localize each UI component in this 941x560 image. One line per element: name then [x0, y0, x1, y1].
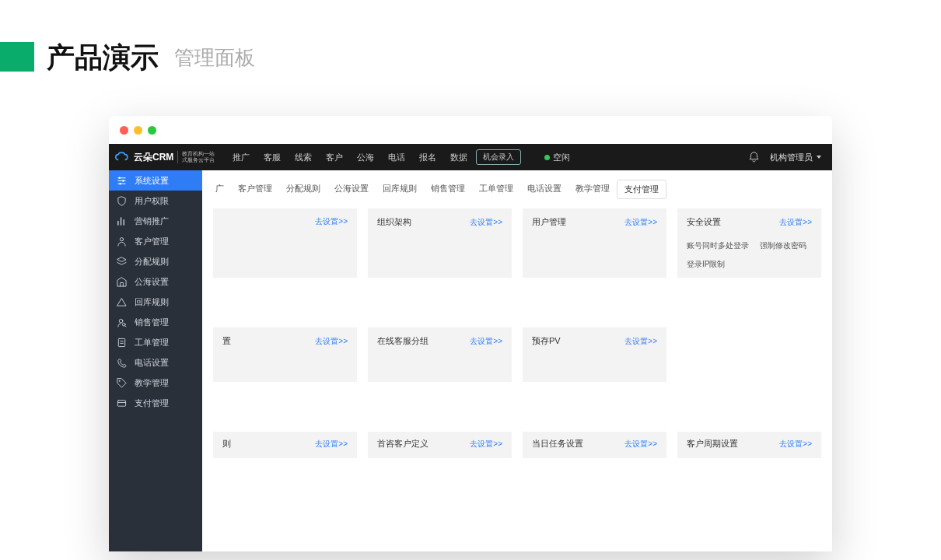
tab[interactable]: 分配规则: [279, 180, 327, 199]
tab[interactable]: 电话设置: [520, 180, 568, 199]
top-nav-item[interactable]: 报名: [415, 149, 440, 166]
status-indicator[interactable]: 空闲: [544, 152, 570, 163]
tab[interactable]: 支付管理: [617, 180, 666, 199]
svg-rect-8: [117, 400, 125, 405]
sidebar-item[interactable]: 工单管理: [109, 332, 202, 352]
tab[interactable]: 教学管理: [568, 180, 617, 199]
logo[interactable]: 云朵CRM 教育机构一站 式服务云平台: [109, 144, 221, 170]
go-settings-link[interactable]: 去设置>>: [470, 439, 502, 450]
top-nav: 推广客服线索客户公海电话报名数据: [229, 149, 471, 166]
card-title: 用户管理: [532, 216, 566, 228]
card-tag: 登录IP限制: [687, 259, 725, 270]
sidebar-item[interactable]: 分配规则: [109, 251, 202, 271]
svg-point-2: [119, 183, 121, 184]
card-title: 则: [222, 438, 231, 450]
settings-card: 用户管理去设置>>: [523, 208, 666, 278]
tab[interactable]: 工单管理: [472, 180, 520, 199]
sidebar-item[interactable]: 支付管理: [109, 393, 202, 413]
page-subtitle: 管理面板: [174, 44, 255, 72]
tag-icon: [117, 378, 127, 388]
sidebar-item-label: 工单管理: [135, 337, 169, 348]
sidebar-item[interactable]: 客户管理: [109, 231, 202, 251]
card-title: 在线客服分组: [377, 335, 429, 347]
top-nav-item[interactable]: 推广: [229, 149, 254, 166]
cloud-icon: [115, 152, 131, 163]
top-nav-item[interactable]: 电话: [384, 149, 409, 166]
user-label: 机构管理员: [770, 152, 813, 163]
window-titlebar: [109, 116, 832, 144]
user-menu[interactable]: 机构管理员: [770, 152, 821, 163]
settings-card: 置去设置>>: [213, 327, 357, 382]
go-settings-link[interactable]: 去设置>>: [315, 439, 348, 450]
app-window: 云朵CRM 教育机构一站 式服务云平台 推广客服线索客户公海电话报名数据 机会录…: [109, 116, 832, 551]
card-title: 首咨客户定义: [377, 438, 429, 450]
triangle-icon: [117, 297, 127, 307]
maximize-window-icon[interactable]: [148, 126, 156, 135]
doc-icon: [117, 338, 127, 348]
tab[interactable]: 客户管理: [231, 180, 279, 199]
card-tag: 账号同时多处登录: [687, 240, 749, 251]
card-title: 置: [222, 335, 231, 347]
settings-card: 安全设置去设置>>账号同时多处登录强制修改密码登录IP限制: [677, 208, 821, 278]
sidebar-item[interactable]: 电话设置: [109, 352, 202, 373]
phone-icon: [117, 358, 127, 368]
go-settings-link[interactable]: 去设置>>: [315, 216, 348, 227]
go-settings-link[interactable]: 去设置>>: [470, 336, 502, 347]
tab[interactable]: 广: [208, 180, 231, 199]
go-settings-link[interactable]: 去设置>>: [779, 439, 812, 450]
go-settings-link[interactable]: 去设置>>: [470, 217, 502, 228]
status-label: 空闲: [553, 152, 570, 163]
settings-sliders-icon: [117, 176, 127, 186]
sidebar-item-label: 分配规则: [135, 256, 169, 268]
settings-card: 预存PV去设置>>: [523, 327, 666, 382]
chevron-down-icon: [817, 156, 821, 159]
settings-card: 客户周期设置去设置>>: [677, 432, 821, 458]
sidebar-item-label: 教学管理: [135, 377, 169, 389]
sidebar-item[interactable]: 系统设置: [109, 170, 202, 191]
card-tag: 强制修改密码: [760, 240, 806, 251]
person-icon: [117, 236, 127, 247]
content: 广客户管理分配规则公海设置回库规则销售管理工单管理电话设置教学管理支付管理 去设…: [202, 170, 832, 551]
card-title: 当日任务设置: [532, 438, 583, 450]
bell-icon[interactable]: [749, 152, 759, 163]
svg-rect-6: [118, 338, 124, 346]
sidebar-item-label: 回库规则: [135, 296, 169, 308]
opportunity-entry-button[interactable]: 机会录入: [476, 149, 521, 165]
tab[interactable]: 公海设置: [327, 180, 376, 199]
chart-icon: [117, 216, 127, 226]
sidebar-item-label: 系统设置: [135, 175, 169, 187]
close-window-icon[interactable]: [120, 126, 128, 135]
svg-point-3: [120, 237, 123, 240]
sidebar-item[interactable]: 用户权限: [109, 191, 202, 211]
settings-card: 当日任务设置去设置>>: [523, 432, 666, 458]
top-nav-item[interactable]: 客户: [322, 149, 347, 166]
go-settings-link[interactable]: 去设置>>: [779, 217, 812, 228]
sidebar-item[interactable]: 公海设置: [109, 271, 202, 292]
sidebar-item-label: 用户权限: [135, 195, 169, 207]
sidebar-item[interactable]: 教学管理: [109, 373, 202, 393]
svg-point-0: [119, 177, 121, 178]
sidebar-item-label: 电话设置: [135, 357, 169, 369]
sidebar-item[interactable]: 销售管理: [109, 312, 202, 332]
sidebar-item[interactable]: 回库规则: [109, 292, 202, 312]
tab[interactable]: 销售管理: [424, 180, 472, 199]
sidebar-item-label: 客户管理: [135, 236, 169, 247]
card-title: 组织架构: [377, 216, 411, 228]
go-settings-link[interactable]: 去设置>>: [315, 336, 348, 347]
sidebar-item[interactable]: 营销推广: [109, 211, 202, 231]
go-settings-link[interactable]: 去设置>>: [624, 439, 657, 450]
card-row-1: 去设置>>组织架构去设置>>用户管理去设置>>安全设置去设置>>账号同时多处登录…: [202, 208, 832, 289]
top-nav-item[interactable]: 公海: [353, 149, 378, 166]
top-nav-item[interactable]: 线索: [291, 149, 316, 166]
minimize-window-icon[interactable]: [134, 126, 142, 135]
tab[interactable]: 回库规则: [376, 180, 424, 199]
settings-card: 则去设置>>: [213, 432, 357, 458]
go-settings-link[interactable]: 去设置>>: [624, 336, 657, 347]
card-title: 客户周期设置: [687, 438, 738, 450]
top-nav-item[interactable]: 客服: [260, 149, 285, 166]
top-nav-item[interactable]: 数据: [446, 149, 471, 166]
card-title: 预存PV: [532, 335, 561, 347]
go-settings-link[interactable]: 去设置>>: [624, 217, 657, 228]
accent-bar: [0, 42, 34, 72]
topbar: 云朵CRM 教育机构一站 式服务云平台 推广客服线索客户公海电话报名数据 机会录…: [109, 144, 832, 170]
